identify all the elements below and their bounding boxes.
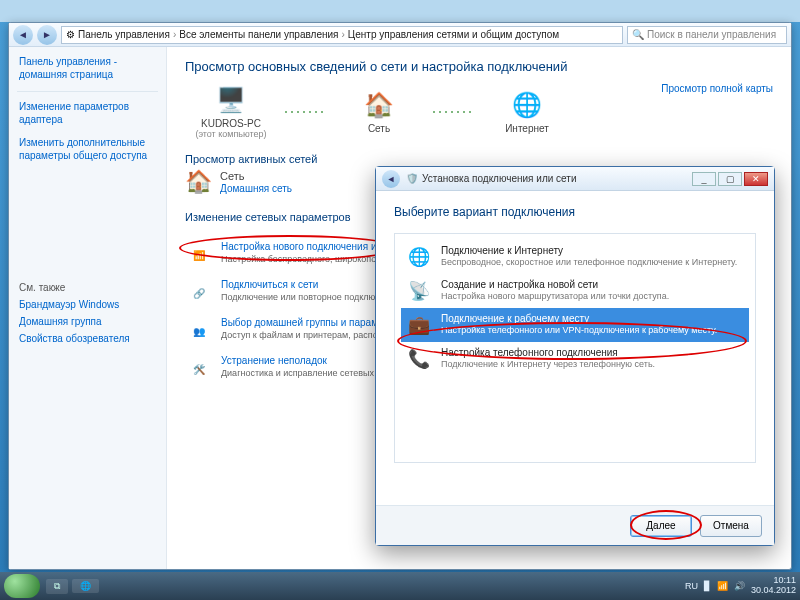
system-tray: RU ▊ 📶 🔊 10:11 30.04.2012 xyxy=(685,576,796,596)
breadcrumb[interactable]: ⚙ Панель управления › Все элементы панел… xyxy=(61,26,623,44)
wizard-heading: Выберите вариант подключения xyxy=(394,205,756,219)
sidebar: Панель управления - домашняя страница Из… xyxy=(9,47,167,569)
wizard-option-new-network[interactable]: Создание и настройка новой сетиНастройка… xyxy=(401,274,749,308)
group-icon xyxy=(185,317,213,345)
close-button[interactable]: ✕ xyxy=(744,172,768,186)
house-icon xyxy=(185,169,212,195)
wizard-footer: Далее Отмена xyxy=(376,505,774,545)
search-placeholder: Поиск в панели управления xyxy=(647,29,776,40)
option-desc: Настройка нового маршрутизатора или точк… xyxy=(441,291,669,301)
map-node-pc[interactable]: KUDROS-PC (этот компьютер) xyxy=(185,84,277,139)
crumb-icon: ⚙ xyxy=(66,29,75,40)
sidebar-also-homegroup[interactable]: Домашняя группа xyxy=(19,316,156,327)
full-map-link[interactable]: Просмотр полной карты xyxy=(661,83,773,94)
wizard-body: Выберите вариант подключения Подключение… xyxy=(376,191,774,505)
globe-icon xyxy=(405,245,433,269)
taskbar: ⧉ 🌐 RU ▊ 📶 🔊 10:11 30.04.2012 xyxy=(0,572,800,600)
map-line xyxy=(285,111,325,113)
task-item[interactable]: 🌐 xyxy=(72,579,99,593)
sidebar-item-adapter[interactable]: Изменение параметров адаптера xyxy=(19,101,129,125)
router-icon xyxy=(405,279,433,303)
phone-icon xyxy=(405,347,433,371)
option-title: Подключение к рабочему месту xyxy=(441,313,717,324)
tray-clock[interactable]: 10:11 30.04.2012 xyxy=(751,576,796,596)
pc-icon xyxy=(215,84,247,116)
option-desc: Настройка телефонного или VPN-подключени… xyxy=(441,325,717,335)
main-heading: Просмотр основных сведений о сети и наст… xyxy=(185,59,773,74)
option-desc: Подключение к Интернету через телефонную… xyxy=(441,359,655,369)
map-node-network[interactable]: Сеть xyxy=(333,89,425,134)
pc-sub: (этот компьютер) xyxy=(195,129,266,139)
tray-lang[interactable]: RU xyxy=(685,581,698,591)
house-icon xyxy=(363,89,395,121)
minimize-button[interactable]: _ xyxy=(692,172,716,186)
nav-fwd-button[interactable]: ► xyxy=(37,25,57,45)
wizard-back-button[interactable]: ◄ xyxy=(382,170,400,188)
option-title: Подключение к Интернету xyxy=(441,245,737,256)
sidebar-see-also-label: См. также xyxy=(19,282,156,293)
active-networks-label: Просмотр активных сетей xyxy=(185,153,773,165)
cancel-button[interactable]: Отмена xyxy=(700,515,762,537)
browser-chrome-blur xyxy=(0,0,800,22)
search-icon: 🔍 xyxy=(632,29,644,40)
wizard-option-internet[interactable]: Подключение к ИнтернетуБеспроводное, ско… xyxy=(401,240,749,274)
start-button[interactable] xyxy=(4,574,40,598)
wizard-option-workplace[interactable]: 💼 Подключение к рабочему местуНастройка … xyxy=(401,308,749,342)
wizard-option-list: Подключение к ИнтернетуБеспроводное, ско… xyxy=(394,233,756,463)
inet-label: Интернет xyxy=(505,123,549,134)
tray-network-icon[interactable]: 📶 xyxy=(717,581,728,591)
map-line xyxy=(433,111,473,113)
network-name: Сеть xyxy=(220,170,292,182)
option-title: Создание и настройка новой сети xyxy=(441,279,669,290)
maximize-button[interactable]: ▢ xyxy=(718,172,742,186)
option-title: Настройка телефонного подключения xyxy=(441,347,655,358)
shield-icon xyxy=(406,173,418,184)
crumb-lvl2[interactable]: Все элементы панели управления xyxy=(179,29,338,40)
sidebar-also-ie[interactable]: Свойства обозревателя xyxy=(19,333,156,344)
sidebar-item-sharing[interactable]: Изменить дополнительные параметры общего… xyxy=(19,137,147,161)
wrench-icon xyxy=(185,355,213,383)
wizard-option-dialup[interactable]: Настройка телефонного подключенияПодключ… xyxy=(401,342,749,376)
net-label: Сеть xyxy=(368,123,390,134)
option-desc: Беспроводное, скоростное или телефонное … xyxy=(441,257,737,267)
connection-wizard-dialog: ◄ Установка подключения или сети _ ▢ ✕ В… xyxy=(375,166,775,546)
nav-back-button[interactable]: ◄ xyxy=(13,25,33,45)
wizard-title: Установка подключения или сети xyxy=(422,173,577,184)
network-type-link[interactable]: Домашняя сеть xyxy=(220,183,292,194)
search-input[interactable]: 🔍 Поиск в панели управления xyxy=(627,26,787,44)
signal-icon xyxy=(185,241,213,269)
sidebar-also-firewall[interactable]: Брандмауэр Windows xyxy=(19,299,156,310)
address-bar: ◄ ► ⚙ Панель управления › Все элементы п… xyxy=(9,23,791,47)
tray-sound-icon[interactable]: 🔊 xyxy=(734,581,745,591)
briefcase-icon: 💼 xyxy=(405,313,433,337)
pc-name: KUDROS-PC xyxy=(201,118,261,129)
task-item[interactable]: ⧉ xyxy=(46,579,68,594)
map-node-internet[interactable]: Интернет xyxy=(481,89,573,134)
network-icon xyxy=(185,279,213,307)
tray-flag-icon[interactable]: ▊ xyxy=(704,581,711,591)
next-button[interactable]: Далее xyxy=(630,515,692,537)
crumb-root[interactable]: Панель управления xyxy=(78,29,170,40)
crumb-lvl3[interactable]: Центр управления сетями и общим доступом xyxy=(348,29,559,40)
globe-icon xyxy=(511,89,543,121)
tray-date: 30.04.2012 xyxy=(751,586,796,596)
wizard-titlebar[interactable]: ◄ Установка подключения или сети _ ▢ ✕ xyxy=(376,167,774,191)
sidebar-item-home[interactable]: Панель управления - домашняя страница xyxy=(19,56,117,80)
